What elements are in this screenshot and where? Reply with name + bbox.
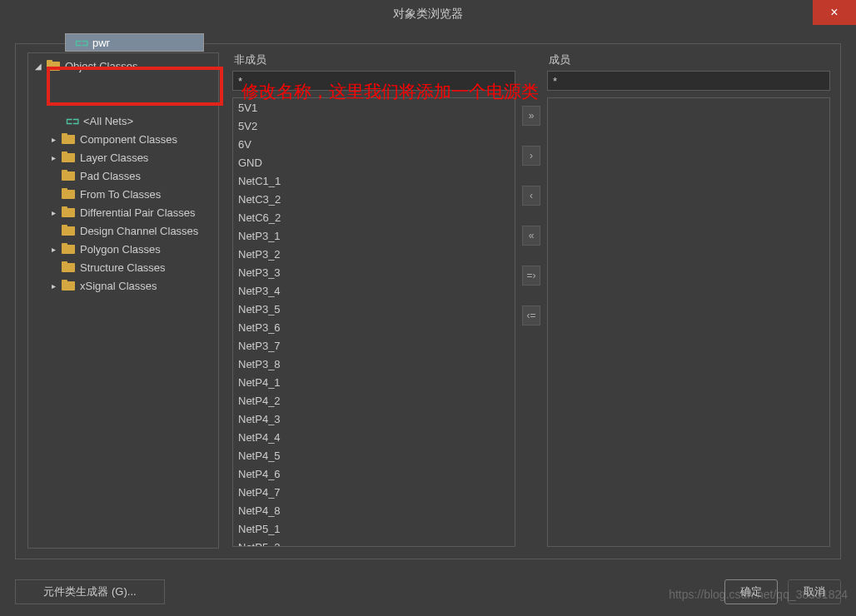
list-item[interactable]: NetP4_5 bbox=[233, 446, 515, 464]
list-item[interactable]: NetP3_7 bbox=[233, 336, 515, 355]
list-item[interactable]: NetP3_4 bbox=[233, 281, 515, 300]
list-item[interactable]: NetP4_1 bbox=[233, 373, 515, 391]
folder-icon bbox=[62, 152, 75, 163]
list-item[interactable]: NetC1_1 bbox=[233, 171, 515, 190]
folder-icon bbox=[62, 206, 75, 218]
list-item[interactable]: NetP3_1 bbox=[233, 226, 515, 245]
close-button[interactable]: × bbox=[813, 0, 856, 25]
expand-icon[interactable]: ▸ bbox=[48, 134, 58, 144]
class-tree[interactable]: ◢ Object Classes ◢ Net Classes ⊏⊐ <All N… bbox=[27, 52, 219, 549]
list-item[interactable]: NetC6_2 bbox=[233, 208, 515, 226]
folder-icon bbox=[47, 60, 60, 72]
seq-add-button[interactable]: =› bbox=[522, 266, 540, 286]
list-item[interactable]: NetP3_8 bbox=[233, 355, 515, 373]
net-icon: ⊏⊐ bbox=[65, 117, 80, 125]
class-name-input[interactable] bbox=[92, 37, 176, 49]
non-member-column: 非成员 5V15V26VGNDNetC1_1NetC3_2NetC6_2NetP… bbox=[232, 52, 515, 547]
expand-icon[interactable] bbox=[48, 189, 58, 199]
net-icon: ⊏⊐ bbox=[74, 38, 89, 47]
expand-icon[interactable]: ▸ bbox=[48, 152, 58, 162]
expand-icon[interactable]: ▸ bbox=[48, 244, 58, 254]
close-icon: × bbox=[830, 5, 838, 20]
tree-item[interactable]: ▸xSignal Classes bbox=[28, 276, 218, 295]
folder-icon bbox=[62, 280, 75, 291]
non-member-label: 非成员 bbox=[232, 52, 515, 67]
tree-item[interactable]: From To Classes bbox=[28, 185, 218, 203]
list-item[interactable]: 6V bbox=[233, 135, 515, 153]
tree-item[interactable]: Design Channel Classes bbox=[28, 221, 218, 240]
remove-all-button[interactable]: « bbox=[522, 226, 540, 246]
list-item[interactable]: NetP4_4 bbox=[233, 428, 515, 446]
list-item[interactable]: NetP3_2 bbox=[233, 245, 515, 263]
member-filter[interactable] bbox=[547, 71, 830, 91]
main-frame: ◢ Object Classes ◢ Net Classes ⊏⊐ <All N… bbox=[15, 43, 841, 559]
list-item[interactable]: GND bbox=[233, 153, 515, 171]
tree-label: From To Classes bbox=[80, 188, 161, 201]
tree-label: xSignal Classes bbox=[80, 280, 157, 292]
seq-remove-button[interactable]: ‹= bbox=[522, 306, 540, 325]
transfer-buttons: » › ‹ « =› ‹= bbox=[522, 106, 540, 325]
annotation-text: 修改名称，这里我们将添加一个电源类 bbox=[241, 80, 539, 103]
folder-icon bbox=[62, 261, 75, 273]
folder-icon bbox=[62, 243, 75, 255]
tree-label: Structure Classes bbox=[80, 261, 166, 274]
tree-item[interactable]: ▸Polygon Classes bbox=[28, 240, 218, 258]
expand-icon[interactable]: ▸ bbox=[48, 281, 58, 291]
folder-icon bbox=[62, 133, 75, 145]
tree-label: Differential Pair Classes bbox=[80, 206, 195, 219]
list-item[interactable]: NetP4_8 bbox=[233, 501, 515, 519]
list-item[interactable]: NetP4_6 bbox=[233, 464, 515, 483]
list-item[interactable]: NetP4_7 bbox=[233, 483, 515, 501]
list-item[interactable]: NetC3_2 bbox=[233, 190, 515, 208]
expand-icon[interactable]: ▸ bbox=[48, 207, 58, 217]
tree-label: Polygon Classes bbox=[80, 243, 161, 256]
list-item[interactable]: NetP5_2 bbox=[233, 538, 515, 547]
tree-label: <All Nets> bbox=[83, 115, 133, 127]
list-item[interactable]: NetP3_6 bbox=[233, 318, 515, 336]
expand-icon[interactable] bbox=[48, 262, 58, 272]
expand-icon[interactable] bbox=[48, 171, 58, 181]
expand-icon[interactable]: ◢ bbox=[33, 61, 43, 71]
tree-item[interactable]: ▸Component Classes bbox=[28, 130, 218, 148]
remove-one-button[interactable]: ‹ bbox=[522, 186, 540, 206]
folder-icon bbox=[62, 170, 75, 181]
list-item[interactable]: NetP3_5 bbox=[233, 300, 515, 318]
list-item[interactable]: NetP4_2 bbox=[233, 391, 515, 410]
ok-button[interactable]: 确定 bbox=[724, 579, 778, 604]
expand-icon[interactable] bbox=[48, 226, 58, 236]
editing-class-row[interactable]: ⊏⊐ bbox=[65, 33, 204, 52]
list-item[interactable]: NetP5_1 bbox=[233, 519, 515, 538]
titlebar: 对象类浏览器 × bbox=[0, 0, 856, 28]
member-column: 成员 bbox=[547, 52, 830, 547]
list-item[interactable]: 5V2 bbox=[233, 117, 515, 135]
tree-label: Layer Classes bbox=[80, 152, 148, 164]
non-member-list[interactable]: 5V15V26VGNDNetC1_1NetC3_2NetC6_2NetP3_1N… bbox=[232, 97, 515, 547]
tree-label: Component Classes bbox=[80, 133, 177, 146]
tree-item[interactable]: Pad Classes bbox=[28, 166, 218, 185]
tree-item[interactable]: ▸Layer Classes bbox=[28, 148, 218, 166]
folder-icon bbox=[62, 225, 75, 236]
list-item[interactable]: NetP3_3 bbox=[233, 263, 515, 281]
folder-icon bbox=[62, 188, 75, 200]
window-title: 对象类浏览器 bbox=[393, 7, 463, 22]
generator-button[interactable]: 元件类生成器 (G)... bbox=[15, 579, 165, 604]
cancel-button[interactable]: 取消 bbox=[788, 579, 841, 604]
member-label: 成员 bbox=[547, 52, 830, 67]
footer: 元件类生成器 (G)... 确定 取消 bbox=[15, 578, 841, 606]
tree-item[interactable]: Structure Classes bbox=[28, 258, 218, 276]
member-list[interactable] bbox=[547, 97, 830, 547]
tree-label: Design Channel Classes bbox=[80, 225, 198, 237]
add-one-button[interactable]: › bbox=[522, 146, 540, 166]
tree-root[interactable]: ◢ Object Classes bbox=[28, 57, 218, 75]
list-item[interactable]: NetP4_3 bbox=[233, 410, 515, 428]
add-all-button[interactable]: » bbox=[522, 106, 540, 126]
tree-label: Pad Classes bbox=[80, 170, 141, 182]
tree-label: Object Classes bbox=[65, 60, 137, 72]
tree-item[interactable]: ▸Differential Pair Classes bbox=[28, 203, 218, 221]
tree-all-nets[interactable]: ⊏⊐ <All Nets> bbox=[28, 112, 218, 130]
